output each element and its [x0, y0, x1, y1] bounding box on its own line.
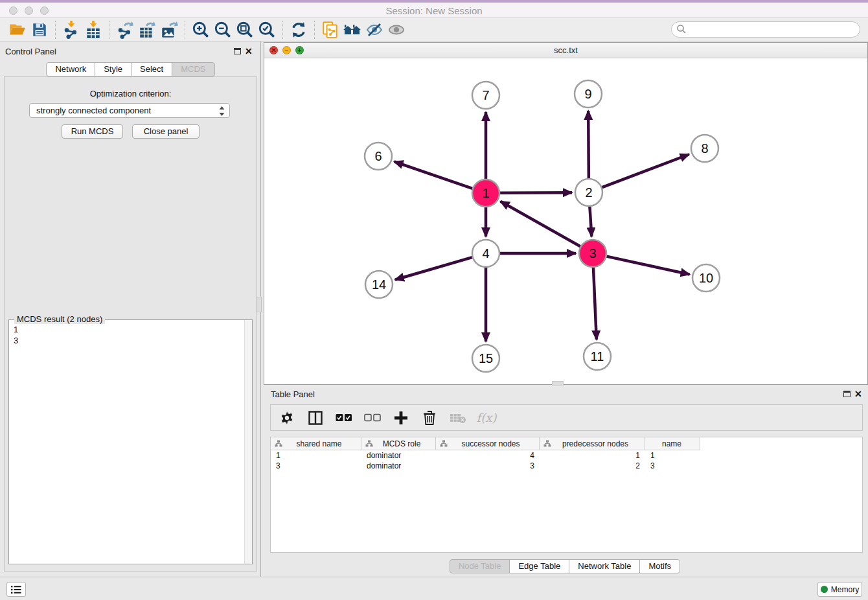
- close-panel-icon[interactable]: ✕: [245, 47, 253, 55]
- zoom-fit-button[interactable]: [234, 20, 256, 40]
- save-session-button[interactable]: [29, 20, 51, 40]
- tab-node-table[interactable]: Node Table: [450, 559, 510, 573]
- table-cell[interactable]: 3: [271, 461, 361, 471]
- share-network-document-button[interactable]: [319, 20, 341, 40]
- unchecked-boxes-icon: [364, 413, 381, 422]
- status-bar: Memory: [0, 577, 868, 600]
- table-settings-button[interactable]: [277, 408, 297, 428]
- memory-button[interactable]: Memory: [817, 582, 862, 597]
- vertical-splitter-grip[interactable]: [256, 297, 262, 312]
- import-table-button[interactable]: [82, 20, 104, 40]
- create-column-button[interactable]: [391, 408, 411, 428]
- run-mcds-button[interactable]: Run MCDS: [62, 124, 123, 139]
- zoom-in-icon: [192, 21, 210, 39]
- split-columns-icon: [308, 410, 323, 426]
- graph-node-label-4: 4: [482, 246, 489, 260]
- mcds-result-text[interactable]: 13: [9, 321, 244, 564]
- result-scrollbar[interactable]: [244, 320, 252, 564]
- graph-edge-3-10[interactable]: [606, 257, 689, 275]
- graph-canvas[interactable]: 7968124314101511: [264, 58, 867, 385]
- table-cell[interactable]: 2: [540, 461, 645, 471]
- export-network-button[interactable]: [114, 20, 136, 40]
- table-cell[interactable]: 3: [645, 461, 700, 471]
- trash-icon: [422, 410, 437, 426]
- zoom-out-button[interactable]: [212, 20, 234, 40]
- export-image-icon: [160, 21, 178, 39]
- table-cell[interactable]: dominator: [361, 450, 436, 461]
- open-session-button[interactable]: [6, 20, 29, 40]
- zoom-in-button[interactable]: [190, 20, 212, 40]
- import-network-icon: [62, 21, 80, 39]
- graph-edge-2-3[interactable]: [589, 207, 591, 237]
- tab-edge-table[interactable]: Edge Table: [509, 559, 569, 573]
- criterion-dropdown[interactable]: strongly connected component: [29, 103, 230, 118]
- column-header-label: name: [649, 439, 700, 448]
- graph-edge-1-6[interactable]: [394, 161, 473, 188]
- deselect-all-columns-button[interactable]: [363, 408, 382, 428]
- node-table[interactable]: shared nameMCDS rolesuccessor nodesprede…: [270, 437, 863, 553]
- table-cell[interactable]: 4: [436, 450, 540, 461]
- table-cell[interactable]: 1: [271, 450, 361, 461]
- home-button[interactable]: [341, 20, 363, 40]
- close-panel-button[interactable]: Close panel: [132, 124, 200, 139]
- tab-select[interactable]: Select: [131, 62, 172, 76]
- toolbar-separator: [109, 21, 109, 39]
- table-cell[interactable]: 3: [436, 461, 540, 471]
- table-toolbar: f(x): [270, 404, 863, 431]
- import-network-button[interactable]: [60, 20, 82, 40]
- table-cell[interactable]: dominator: [361, 461, 436, 471]
- table-row[interactable]: 1dominator411: [271, 450, 862, 461]
- result-line: 3: [14, 335, 244, 346]
- column-header-predecessor-nodes[interactable]: predecessor nodes: [540, 437, 645, 450]
- graph-edge-2-9[interactable]: [588, 111, 589, 178]
- show-panel-button[interactable]: [385, 20, 407, 40]
- graph-edge-3-1[interactable]: [501, 202, 580, 246]
- tab-motifs[interactable]: Motifs: [639, 559, 680, 573]
- tab-mcds[interactable]: MCDS: [172, 62, 214, 76]
- horizontal-splitter-grip[interactable]: [552, 381, 564, 386]
- toggle-column-view-button[interactable]: [306, 408, 325, 428]
- apply-layout-button[interactable]: [288, 20, 310, 40]
- zoom-selected-button[interactable]: [256, 20, 278, 40]
- share-document-icon: [321, 21, 339, 39]
- export-image-button[interactable]: [158, 20, 180, 40]
- column-header-label: MCDS role: [373, 439, 435, 448]
- table-panel: Table Panel ✕ f(x) shared nameMCDS roles…: [262, 386, 868, 577]
- table-cell[interactable]: 1: [540, 450, 645, 461]
- close-table-panel-icon[interactable]: ✕: [854, 390, 862, 398]
- column-header-shared-name[interactable]: shared name: [271, 437, 361, 450]
- select-all-columns-button[interactable]: [334, 408, 354, 428]
- graph-edge-3-11[interactable]: [593, 268, 597, 340]
- export-table-button[interactable]: [136, 20, 158, 40]
- graph-edge-1-2[interactable]: [500, 192, 572, 193]
- zoom-fit-icon: [236, 21, 254, 39]
- delete-column-button[interactable]: [420, 408, 439, 428]
- search-icon: [676, 24, 687, 34]
- tab-style[interactable]: Style: [95, 62, 131, 76]
- table-panel-title: Table Panel: [271, 389, 315, 399]
- column-header-successor-nodes[interactable]: successor nodes: [436, 437, 540, 450]
- tab-network[interactable]: Network: [46, 62, 95, 76]
- hide-panel-button[interactable]: [363, 20, 385, 40]
- column-tree-icon: [275, 440, 282, 447]
- float-table-panel-icon[interactable]: [843, 391, 851, 397]
- window-title: Session: New Session: [0, 5, 868, 16]
- column-header-name[interactable]: name: [645, 437, 700, 450]
- toolbar-separator: [314, 21, 315, 39]
- background-window-strip: [0, 0, 868, 3]
- gear-icon: [280, 411, 294, 425]
- graph-node-label-2: 2: [585, 185, 592, 200]
- table-cell[interactable]: 1: [645, 450, 700, 461]
- delete-table-button-disabled: [448, 408, 468, 428]
- table-tabs: Node TableEdge TableNetwork TableMotifs: [262, 559, 868, 573]
- graph-edge-2-8[interactable]: [602, 154, 689, 187]
- graph-edge-4-14[interactable]: [395, 257, 472, 280]
- float-panel-icon[interactable]: [234, 48, 241, 54]
- task-history-button[interactable]: [6, 582, 26, 597]
- column-tree-icon: [365, 440, 373, 447]
- control-panel: Control Panel ✕ NetworkStyleSelectMCDS O…: [0, 41, 261, 577]
- tab-network-table[interactable]: Network Table: [569, 559, 640, 573]
- search-input[interactable]: [671, 21, 860, 38]
- table-row[interactable]: 3dominator323: [271, 461, 862, 471]
- column-header-MCDS-role[interactable]: MCDS role: [361, 437, 436, 450]
